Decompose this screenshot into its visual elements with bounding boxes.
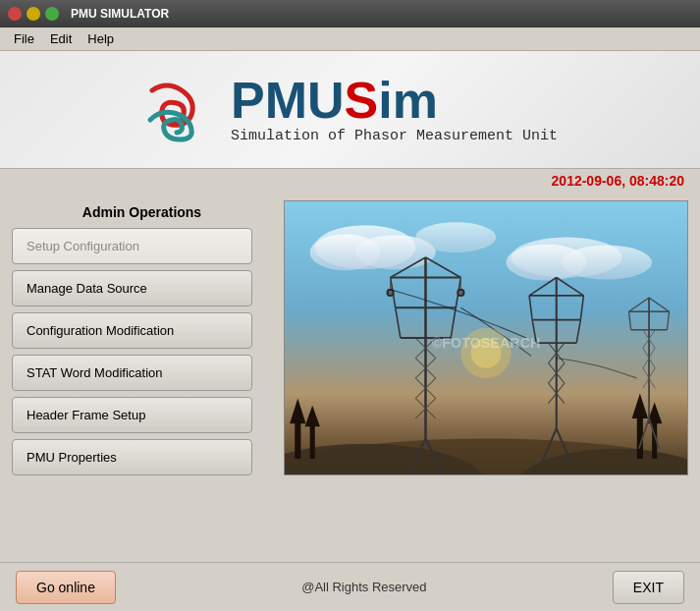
minimize-button[interactable] [27,7,40,21]
right-panel: ©FOTOSEARCH [284,200,688,554]
logo-swirl-icon [142,76,221,144]
setup-configuration-button[interactable]: Setup Configuration [12,228,252,264]
scene-svg: ©FOTOSEARCH [285,201,687,474]
exit-button[interactable]: EXIT [613,571,684,604]
datetime-value: 2012-09-06, 08:48:20 [552,173,684,189]
svg-point-42 [458,290,463,296]
svg-rect-15 [637,414,643,459]
maximize-button[interactable] [45,7,59,21]
go-online-button[interactable]: Go online [16,571,116,604]
datetime-bar: 2012-09-06, 08:48:20 [0,169,700,193]
power-towers-image: ©FOTOSEARCH [284,200,688,475]
footer: Go online @All Rights Reserved EXIT [0,562,700,611]
menu-bar: File Edit Help [0,28,700,51]
window-title: PMU SIMULATOR [71,7,169,21]
pmu-properties-button[interactable]: PMU Properties [12,439,252,475]
svg-rect-11 [295,418,300,459]
menu-file[interactable]: File [6,29,42,48]
title-bar: PMU SIMULATOR [0,0,700,28]
left-panel: Admin Operations Setup Configuration Man… [12,200,272,554]
banner-logo: PMUSim Simulation of Phasor Measurement … [142,75,558,144]
watermark-text: ©FOTOSEARCH [432,335,541,351]
close-button[interactable] [8,7,22,21]
copyright-text: @All Rights Reserved [301,580,426,594]
banner-subtitle: Simulation of Phasor Measurement Unit [231,128,558,144]
content-area: Admin Operations Setup Configuration Man… [0,193,700,562]
header-frame-setup-button[interactable]: Header Frame Setup [12,397,252,433]
banner: PMUSim Simulation of Phasor Measurement … [0,51,700,169]
svg-point-7 [415,222,496,252]
menu-edit[interactable]: Edit [42,29,80,48]
configuration-modification-button[interactable]: Configuration Modification [12,312,252,349]
stat-word-modification-button[interactable]: STAT Word Modification [12,355,252,391]
admin-ops-title: Admin Operations [12,200,272,228]
menu-help[interactable]: Help [80,29,122,48]
logo-text: PMUSim [231,75,438,126]
svg-rect-13 [310,423,315,459]
title-bar-buttons[interactable] [8,7,59,21]
svg-point-6 [562,246,652,280]
manage-data-source-button[interactable]: Manage Data Source [12,270,252,306]
